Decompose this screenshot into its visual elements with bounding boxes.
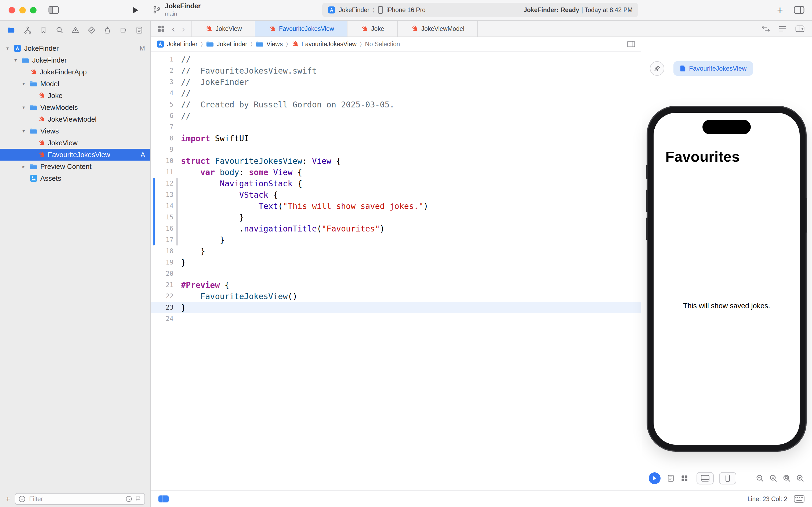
breadcrumb-item[interactable]: JokeFinder [206,40,247,48]
tab-joke[interactable]: Joke [347,21,398,37]
code-line-14[interactable]: 14 Text("This will show saved jokes.") [151,200,641,212]
breadcrumb-item[interactable]: JokeFinder [156,40,197,48]
sidebar-item-viewmodels[interactable]: ▾ViewModels [0,102,151,113]
code-line-2[interactable]: 2// FavouriteJokesView.swift [151,65,641,76]
code-line-4[interactable]: 4// [151,88,641,99]
bookmarks-navigator-icon[interactable] [40,26,48,34]
pin-preview-button[interactable] [650,61,664,76]
related-items-icon[interactable] [157,25,165,33]
version-editor-icon[interactable] [761,25,770,32]
zoom-in-icon[interactable] [796,474,805,483]
code-line-16[interactable]: 16 .navigationTitle("Favourites") [151,223,641,234]
zoom-actual-icon[interactable] [769,474,777,483]
code-line-22[interactable]: 22 FavouriteJokesView() [151,291,641,302]
add-item-icon[interactable]: + [5,495,10,503]
selectable-mode-icon[interactable] [667,474,675,482]
code-line-21[interactable]: 21#Preview { [151,279,641,291]
code-line-5[interactable]: 5// Created by Russell Gordon on 2025-03… [151,99,641,110]
editor-options-icon[interactable] [779,25,787,32]
find-navigator-icon[interactable] [56,26,64,34]
reports-navigator-icon[interactable] [135,26,143,34]
sidebar-item-preview-content[interactable]: ▸Preview Content [0,161,151,172]
keyboard-icon[interactable] [794,495,805,503]
code-line-9[interactable]: 9 [151,144,641,155]
disclosure-triangle-icon[interactable]: ▸ [20,164,27,169]
device-screen[interactable]: Favourites This will show saved jokes. [653,113,800,445]
device-settings-button[interactable] [697,472,714,485]
code-line-18[interactable]: 18 } [151,245,641,257]
toolbar-plus-icon[interactable]: + [777,5,783,15]
variants-mode-icon[interactable] [681,475,688,482]
code-line-7[interactable]: 7 [151,121,641,133]
code-line-17[interactable]: 17 } [151,234,641,245]
minimize-window-button[interactable] [19,7,26,13]
sidebar-item-jokeview[interactable]: JokeView [0,137,151,149]
code-line-24[interactable]: 24 [151,313,641,324]
code-area[interactable]: 1//2// FavouriteJokesView.swift3// JokeF… [151,52,641,490]
disclosure-triangle-icon[interactable]: ▾ [20,105,27,110]
code-text: } [181,235,225,245]
zoom-window-button[interactable] [30,7,37,13]
code-line-11[interactable]: 11 var body: some View { [151,167,641,178]
live-preview-icon[interactable] [649,472,660,484]
breadcrumb-item[interactable]: Views [255,40,283,48]
sidebar-item-favouritejokesview[interactable]: FavouriteJokesViewA [0,149,151,161]
disclosure-triangle-icon[interactable]: ▾ [4,45,11,51]
branch-icon [153,5,161,14]
code-line-19[interactable]: 19} [151,257,641,268]
sidebar-item-joke[interactable]: Joke [0,90,151,102]
recents-filter-icon[interactable] [126,496,132,502]
sidebar-item-jokefinder[interactable]: ▾JokeFinderM [0,43,151,54]
code-line-3[interactable]: 3// JokeFinder [151,76,641,88]
zoom-fit-icon[interactable] [782,474,791,483]
breadcrumb-item[interactable]: FavouriteJokesView [291,40,356,48]
code-line-13[interactable]: 13 VStack { [151,189,641,200]
device-bezel-button[interactable] [719,472,736,485]
filter-input[interactable] [28,495,123,503]
breadcrumb-item[interactable]: No Selection [365,41,400,48]
scheme-name[interactable]: JokeFinder [339,6,369,14]
sidebar-item-jokefinderapp[interactable]: JokeFinderApp [0,66,151,78]
filter-field[interactable] [15,493,145,505]
code-line-20[interactable]: 20 [151,268,641,279]
sidebar-toggle-icon[interactable] [48,6,59,14]
disclosure-triangle-icon[interactable]: ▾ [20,81,27,87]
disclosure-triangle-icon[interactable]: ▾ [20,128,27,134]
editor-canvas-indicator-icon[interactable] [159,496,169,502]
source-control-summary[interactable]: JokeFinder main [153,2,200,17]
project-navigator-icon[interactable] [7,26,15,34]
code-line-10[interactable]: 10struct FavouriteJokesView: View { [151,155,641,167]
go-back-icon[interactable]: ‹ [172,24,175,33]
sidebar-item-model[interactable]: ▾Model [0,78,151,90]
code-line-1[interactable]: 1// [151,54,641,65]
debug-navigator-icon[interactable] [103,26,111,34]
tests-navigator-icon[interactable] [88,26,96,34]
source-control-navigator-icon[interactable] [23,26,32,34]
go-forward-icon[interactable]: › [182,24,185,33]
tab-jokeview[interactable]: JokeView [191,21,255,37]
issues-navigator-icon[interactable] [71,26,79,34]
sidebar-item-jokefinder[interactable]: ▾JokeFinder [0,54,151,66]
code-line-6[interactable]: 6// [151,110,641,121]
zoom-out-icon[interactable] [756,474,764,483]
sidebar-item-views[interactable]: ▾Views [0,125,151,137]
preview-tab-chip[interactable]: FavouriteJokesView [674,61,753,76]
breakpoints-navigator-icon[interactable] [119,26,127,34]
code-line-12[interactable]: 12 NavigationStack { [151,178,641,189]
tab-favouritejokesview[interactable]: FavouriteJokesView [255,21,347,37]
activity-view[interactable]: JokeFinder 〉 iPhone 16 Pro JokeFinder: R… [322,3,638,17]
code-line-8[interactable]: 8import SwiftUI [151,133,641,144]
tab-jokeviewmodel[interactable]: JokeViewModel [398,21,478,37]
code-line-15[interactable]: 15 } [151,212,641,223]
disclosure-triangle-icon[interactable]: ▾ [12,57,19,63]
run-destination[interactable]: iPhone 16 Pro [387,6,425,14]
inspector-toggle-icon[interactable] [794,6,805,14]
editor-layout-icon[interactable] [627,41,635,47]
close-window-button[interactable] [9,7,15,13]
code-line-23[interactable]: 23} [151,302,641,313]
sidebar-item-jokeviewmodel[interactable]: JokeViewModel [0,113,151,125]
sidebar-item-assets[interactable]: Assets [0,172,151,184]
run-icon[interactable] [132,6,138,14]
add-editor-icon[interactable] [795,25,805,32]
scm-filter-icon[interactable] [135,496,141,502]
